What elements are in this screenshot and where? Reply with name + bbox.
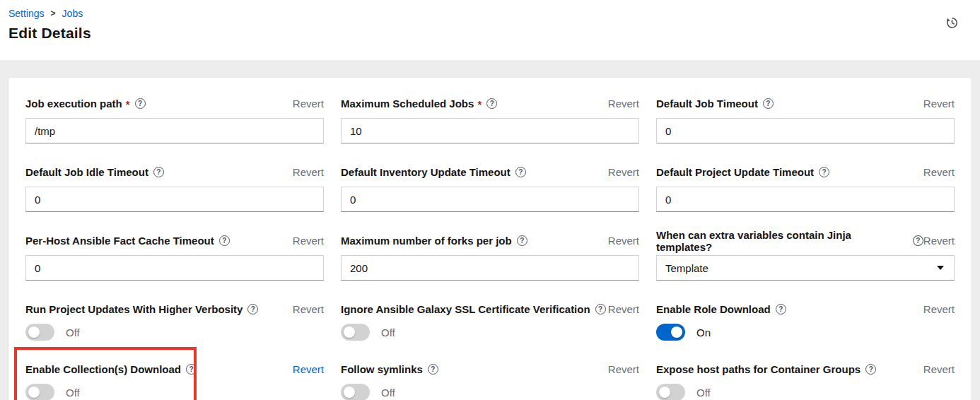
field-label-group: Maximum number of forks per job ? xyxy=(341,235,527,247)
revert-button[interactable]: Revert xyxy=(608,235,639,247)
help-icon[interactable]: ? xyxy=(428,364,438,375)
field-when-can-extra-variables-contain-jinja-templates: When can extra variables contain Jinja t… xyxy=(656,233,955,281)
toggle-knob xyxy=(28,387,40,398)
help-icon[interactable]: ? xyxy=(819,167,829,177)
settings-form: Job execution path * ? Revert Maximum Sc… xyxy=(25,96,955,400)
field-control: On xyxy=(656,324,955,341)
field-label-group: Enable Collection(s) Download ? xyxy=(25,363,197,375)
field-label: Default Inventory Update Timeout xyxy=(341,166,511,178)
help-icon[interactable]: ? xyxy=(517,235,527,246)
revert-button[interactable]: Revert xyxy=(923,166,955,178)
default-job-timeout-input[interactable] xyxy=(656,118,955,143)
field-label: Job execution path xyxy=(25,98,122,110)
revert-button[interactable]: Revert xyxy=(923,235,955,247)
field-label: Default Project Update Timeout xyxy=(656,166,814,178)
default-project-update-timeout-input[interactable] xyxy=(656,187,955,212)
breadcrumb: Settings > Jobs xyxy=(8,7,91,20)
run-project-updates-with-higher-verbosity-toggle[interactable] xyxy=(25,324,54,341)
required-asterisk: * xyxy=(126,98,130,110)
job-execution-path-input[interactable] xyxy=(25,118,324,143)
field-control: Template xyxy=(656,255,955,281)
ignore-ansible-galaxy-ssl-certificate-verification-toggle[interactable] xyxy=(341,324,370,341)
when-can-extra-variables-contain-jinja-templates-select[interactable]: Template xyxy=(656,255,955,281)
page-title: Edit Details xyxy=(8,25,91,42)
field-label: Maximum Scheduled Jobs xyxy=(341,98,474,110)
field-control: Off xyxy=(341,384,639,400)
toggle-row: Off xyxy=(341,384,639,400)
header-left: Settings > Jobs Edit Details xyxy=(8,7,91,42)
help-icon[interactable]: ? xyxy=(595,304,606,314)
help-icon[interactable]: ? xyxy=(763,98,774,109)
revert-button[interactable]: Revert xyxy=(608,363,639,375)
field-expose-host-paths-for-container-groups: Expose host paths for Container Groups ?… xyxy=(656,362,955,400)
toggle-row: Off xyxy=(25,384,324,400)
revert-button[interactable]: Revert xyxy=(608,98,639,110)
field-run-project-updates-with-higher-verbosity: Run Project Updates With Higher Verbosit… xyxy=(25,302,324,341)
field-label-group: Job execution path * ? xyxy=(25,97,146,110)
field-header: Default Inventory Update Timeout ? Rever… xyxy=(341,165,639,180)
field-label: Enable Role Download xyxy=(656,303,771,315)
toggle-knob xyxy=(344,387,355,398)
field-follow-symlinks: Follow symlinks ? Revert Off xyxy=(341,362,639,400)
revert-button[interactable]: Revert xyxy=(293,98,324,110)
expose-host-paths-for-container-groups-toggle[interactable] xyxy=(656,384,685,400)
per-host-ansible-fact-cache-timeout-input[interactable] xyxy=(25,255,324,281)
help-icon[interactable]: ? xyxy=(515,167,526,177)
field-label-group: Per-Host Ansible Fact Cache Timeout ? xyxy=(25,235,230,247)
help-icon[interactable]: ? xyxy=(776,304,786,314)
maximum-number-of-forks-per-job-input[interactable] xyxy=(341,255,639,281)
help-icon[interactable]: ? xyxy=(247,304,258,314)
field-label-group: Follow symlinks ? xyxy=(341,363,438,375)
follow-symlinks-toggle[interactable] xyxy=(341,384,370,400)
help-icon[interactable]: ? xyxy=(865,364,876,375)
revert-button[interactable]: Revert xyxy=(923,303,955,315)
field-control xyxy=(25,255,324,281)
help-icon[interactable]: ? xyxy=(486,98,497,109)
field-label-group: Maximum Scheduled Jobs * ? xyxy=(341,97,497,110)
revert-button[interactable]: Revert xyxy=(923,363,955,375)
help-icon[interactable]: ? xyxy=(153,167,164,177)
toggle-row: Off xyxy=(341,324,639,341)
enable-role-download-toggle[interactable] xyxy=(656,324,685,341)
field-header: Enable Role Download ? Revert xyxy=(656,302,955,317)
field-label-group: Default Project Update Timeout ? xyxy=(656,166,829,178)
toggle-state-label: Off xyxy=(381,327,395,339)
help-icon[interactable]: ? xyxy=(913,235,923,246)
toggle-knob xyxy=(659,387,670,398)
field-header: Maximum number of forks per job ? Revert xyxy=(341,233,639,248)
help-icon[interactable]: ? xyxy=(135,98,146,109)
breadcrumb-separator-icon: > xyxy=(51,6,56,20)
field-header: Job execution path * ? Revert xyxy=(25,96,324,111)
enable-collection-s-download-toggle[interactable] xyxy=(25,384,54,400)
help-icon[interactable]: ? xyxy=(186,364,197,375)
field-header: When can extra variables contain Jinja t… xyxy=(656,233,955,248)
field-label: Per-Host Ansible Fact Cache Timeout xyxy=(25,235,214,247)
field-maximum-number-of-forks-per-job: Maximum number of forks per job ? Revert xyxy=(341,233,639,281)
revert-button[interactable]: Revert xyxy=(293,363,324,375)
field-header: Default Project Update Timeout ? Revert xyxy=(656,165,955,180)
field-control xyxy=(656,118,955,143)
help-icon[interactable]: ? xyxy=(219,235,230,246)
breadcrumb-link-jobs[interactable]: Jobs xyxy=(62,7,83,20)
field-header: Expose host paths for Container Groups ?… xyxy=(656,362,955,377)
field-header: Per-Host Ansible Fact Cache Timeout ? Re… xyxy=(25,233,324,248)
page-header: Settings > Jobs Edit Details xyxy=(0,0,980,60)
default-inventory-update-timeout-input[interactable] xyxy=(341,187,639,212)
field-label-group: Ignore Ansible Galaxy SSL Certificate Ve… xyxy=(341,303,606,315)
field-label: Ignore Ansible Galaxy SSL Certificate Ve… xyxy=(341,303,590,315)
maximum-scheduled-jobs-input[interactable] xyxy=(341,118,639,143)
revert-button[interactable]: Revert xyxy=(293,166,324,178)
breadcrumb-link-settings[interactable]: Settings xyxy=(8,7,45,20)
revert-button[interactable]: Revert xyxy=(293,235,324,247)
field-control xyxy=(341,187,639,212)
field-header: Default Job Timeout ? Revert xyxy=(656,96,955,111)
field-label-group: Run Project Updates With Higher Verbosit… xyxy=(25,303,258,315)
revert-button[interactable]: Revert xyxy=(608,303,639,315)
default-job-idle-timeout-input[interactable] xyxy=(25,187,324,212)
revert-button[interactable]: Revert xyxy=(608,166,639,178)
history-button[interactable] xyxy=(943,13,962,34)
revert-button[interactable]: Revert xyxy=(923,98,955,110)
field-header: Run Project Updates With Higher Verbosit… xyxy=(25,302,324,317)
revert-button[interactable]: Revert xyxy=(293,303,324,315)
field-control: Off xyxy=(656,384,955,400)
